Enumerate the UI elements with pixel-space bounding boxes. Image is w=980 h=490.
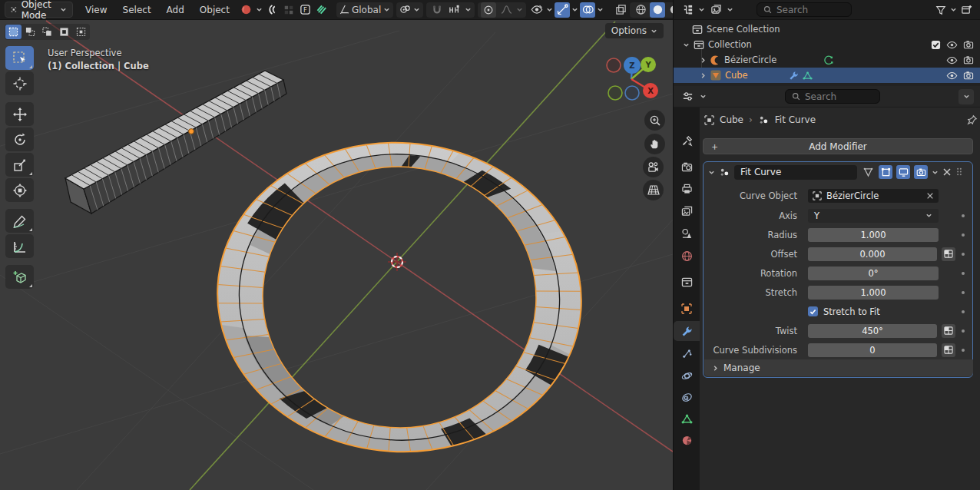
collapse-chevron-icon[interactable] — [700, 57, 707, 64]
twist-slider[interactable]: 450° — [808, 324, 937, 338]
menu-add[interactable]: Add — [161, 2, 190, 18]
xray-toggle-icon[interactable] — [613, 2, 628, 18]
tab-world[interactable] — [674, 246, 700, 266]
f-badge-icon[interactable]: F — [298, 2, 313, 18]
pin-icon[interactable] — [967, 114, 978, 125]
modifier-name-field[interactable]: Fit Curve — [734, 165, 857, 180]
tab-physics[interactable] — [674, 366, 700, 386]
select-mode-intersect-button[interactable] — [73, 25, 89, 39]
tab-collection-properties[interactable] — [674, 272, 700, 292]
arcs-icon[interactable] — [264, 2, 280, 18]
chevron-down-icon[interactable] — [516, 6, 523, 13]
chevron-down-icon[interactable] — [950, 6, 957, 13]
decorator-dot[interactable] — [962, 253, 965, 256]
tool-transform[interactable] — [5, 178, 34, 202]
decorator-dot[interactable] — [962, 233, 965, 237]
decorator-dot[interactable] — [962, 329, 965, 333]
properties-search[interactable]: Search — [785, 89, 880, 104]
outliner-row-beziercircle[interactable]: BézierCircle — [674, 52, 980, 68]
chevron-down-icon[interactable] — [546, 6, 553, 13]
chevron-down-icon[interactable] — [698, 6, 705, 13]
tab-view-layer[interactable] — [674, 201, 700, 221]
tab-particles[interactable] — [674, 343, 700, 363]
tool-select-box[interactable] — [5, 46, 34, 70]
camera-view-button[interactable] — [643, 157, 664, 177]
hide-eye-icon[interactable] — [946, 56, 958, 65]
snap-target-icon[interactable] — [447, 2, 462, 18]
mode-selector[interactable]: Object Mode — [5, 2, 73, 18]
checker-icon[interactable] — [281, 2, 296, 18]
select-mode-extend-button[interactable] — [22, 25, 38, 39]
transform-orientation-dropdown[interactable]: Global — [336, 2, 393, 18]
decorator-dot[interactable] — [962, 310, 965, 313]
decorator-dot[interactable] — [962, 291, 965, 294]
overlays-toggle-icon[interactable] — [580, 2, 595, 18]
tool-rotate[interactable] — [5, 127, 34, 151]
clear-x-icon[interactable] — [926, 192, 934, 200]
display-mode-icon[interactable] — [708, 2, 723, 18]
tab-output[interactable] — [674, 179, 700, 199]
twist-input-attribute-toggle[interactable] — [942, 324, 955, 338]
decorator-dot[interactable] — [962, 349, 965, 352]
cube-array-object[interactable] — [65, 71, 286, 214]
properties-editor-type-icon[interactable] — [680, 89, 695, 104]
proportional-edit-icon[interactable] — [481, 2, 496, 18]
tool-add-cube[interactable] — [5, 265, 34, 289]
show-in-editmode-toggle[interactable] — [861, 165, 875, 179]
outliner-row-scene-collection[interactable]: Scene Collection — [674, 22, 980, 37]
fit-curve-ring-object[interactable] — [207, 131, 592, 464]
render-display-toggle[interactable] — [914, 165, 928, 179]
chevron-down-icon[interactable] — [465, 6, 472, 13]
select-mode-invert-button[interactable] — [56, 25, 72, 39]
gizmo-axis-neg-x[interactable] — [607, 58, 621, 72]
falloff-curve-icon[interactable] — [498, 2, 514, 18]
curve-subdivisions-slider[interactable]: 0 — [808, 343, 937, 357]
visibility-icon[interactable] — [529, 2, 545, 18]
breadcrumb-object[interactable]: Cube — [720, 114, 743, 125]
disable-render-camera-icon[interactable] — [963, 55, 974, 65]
pivot-point-dropdown[interactable] — [396, 2, 423, 18]
navigation-gizmo[interactable]: Z Y X — [591, 43, 668, 116]
disable-render-camera-icon[interactable] — [963, 71, 974, 80]
expand-chevron-icon[interactable] — [683, 41, 690, 48]
outliner-row-collection[interactable]: Collection — [674, 37, 980, 52]
options-button[interactable]: Options — [605, 23, 664, 38]
tab-object-data[interactable] — [674, 409, 700, 429]
tool-measure[interactable] — [5, 234, 34, 258]
tab-render[interactable] — [674, 157, 700, 177]
offset-input-attribute-toggle[interactable] — [942, 247, 955, 261]
tool-cursor[interactable] — [5, 71, 34, 95]
chevron-down-icon[interactable] — [727, 6, 733, 13]
chevron-down-icon[interactable] — [700, 93, 707, 100]
pan-hand-button[interactable] — [644, 134, 665, 154]
manage-subpanel-header[interactable]: Manage — [704, 359, 973, 376]
tool-scale[interactable] — [5, 153, 34, 177]
collapse-chevron-icon[interactable] — [700, 72, 707, 79]
drag-handle-icon[interactable] — [955, 167, 963, 177]
zoom-button[interactable] — [644, 110, 665, 131]
curve-subdivisions-input-attribute-toggle[interactable] — [942, 343, 955, 357]
snap-magnet-icon[interactable] — [429, 2, 445, 18]
breadcrumb-modifier[interactable]: Fit Curve — [775, 114, 816, 125]
rotation-slider[interactable]: 0° — [808, 267, 939, 280]
chevron-down-icon[interactable] — [256, 6, 263, 13]
outliner-editor-type-icon[interactable] — [680, 2, 695, 18]
properties-options-icon[interactable] — [958, 89, 974, 104]
new-collection-icon[interactable] — [958, 2, 974, 18]
gizmo-axis-neg-z[interactable] — [625, 86, 639, 100]
3d-viewport[interactable]: Options User Perspective (1) Collection … — [0, 20, 673, 490]
stripes-icon[interactable] — [315, 2, 330, 18]
radius-slider[interactable]: 1.000 — [808, 228, 939, 242]
shading-wireframe-icon[interactable] — [633, 2, 648, 18]
disable-render-camera-icon[interactable] — [963, 40, 974, 49]
tab-object-properties[interactable] — [674, 299, 700, 319]
axis-dropdown[interactable]: Y — [808, 209, 939, 223]
tool-annotate[interactable] — [5, 209, 34, 233]
stretch-to-fit-checkbox[interactable] — [808, 306, 818, 316]
chevron-down-icon[interactable] — [571, 6, 578, 13]
tab-modifiers[interactable] — [674, 321, 700, 341]
decorator-dot[interactable] — [962, 272, 965, 275]
stretch-slider[interactable]: 1.000 — [808, 286, 939, 300]
tool-move[interactable] — [5, 102, 34, 126]
tab-constraints[interactable] — [674, 387, 700, 407]
